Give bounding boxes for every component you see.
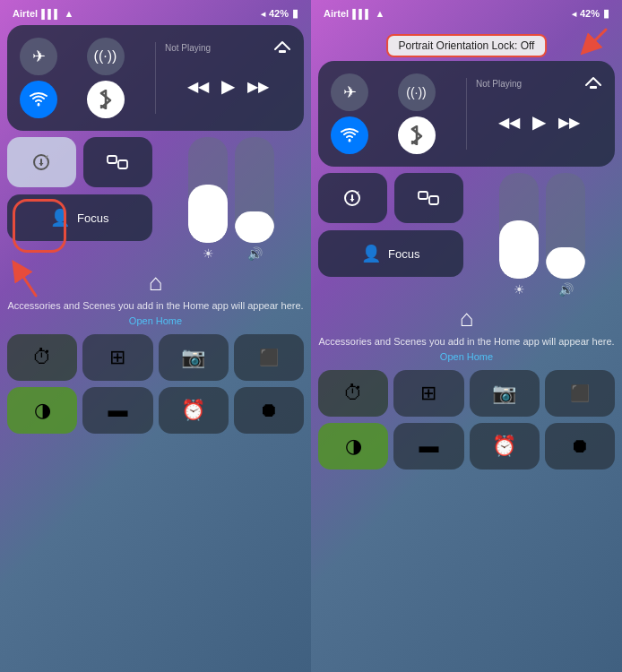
- bluetooth-icon: [99, 90, 112, 109]
- airplane-mode-button[interactable]: ✈: [20, 38, 57, 75]
- screen-mirror-icon-left: [107, 153, 128, 171]
- app-battery-right[interactable]: ▬: [393, 423, 463, 470]
- top-widget-left: ✈ ((·)): [7, 25, 304, 131]
- focus-label-right: Focus: [388, 247, 419, 261]
- carrier-text-right: Airtel: [324, 8, 349, 19]
- brightness-slider-container-left: ☀: [188, 137, 228, 261]
- app-accessibility-left[interactable]: ◑: [7, 387, 77, 434]
- home-icon-left: ⌂: [149, 269, 163, 297]
- play-button-right[interactable]: ▶: [532, 111, 546, 133]
- app-timer-left[interactable]: ⏱: [7, 334, 77, 381]
- screen-mirror-button-left[interactable]: [83, 137, 152, 187]
- row2-right: 👤 Focus ☀ 🔊: [318, 173, 615, 297]
- wifi-button-right[interactable]: [331, 116, 368, 154]
- orientation-lock-button-left[interactable]: [7, 137, 76, 187]
- play-button-left[interactable]: ▶: [221, 75, 235, 97]
- screen-mirror-button-right[interactable]: [394, 173, 463, 223]
- wifi-icon: ▲: [64, 8, 73, 19]
- app-camera-right[interactable]: 📷: [470, 370, 540, 417]
- app-calculator-left[interactable]: ⊞: [82, 334, 152, 381]
- app-row2-left: ◑ ▬ ⏰ ⏺: [7, 387, 304, 434]
- cellular-icon: ((·)): [94, 48, 117, 65]
- app-record-right[interactable]: ⏺: [545, 423, 615, 470]
- svg-rect-12: [419, 192, 428, 199]
- sliders-right: ☀ 🔊: [471, 173, 616, 297]
- wifi-icon-right: ▲: [375, 8, 384, 19]
- cellular-button[interactable]: ((·)): [87, 38, 125, 75]
- volume-slider-left[interactable]: [235, 137, 274, 243]
- app-calculator-right[interactable]: ⊞: [393, 370, 463, 417]
- home-text-left: Accessories and Scenes you add in the Ho…: [7, 299, 303, 313]
- focus-label-left: Focus: [77, 211, 108, 225]
- app-timer-right[interactable]: ⏱: [318, 370, 388, 417]
- airplay-svg-left: [273, 38, 291, 54]
- svg-rect-10: [590, 86, 597, 89]
- app-accessibility-right[interactable]: ◑: [318, 423, 388, 470]
- status-left-right: Airtel ▌▌▌ ▲: [324, 8, 384, 19]
- open-home-link-right[interactable]: Open Home: [440, 351, 493, 362]
- app-qr-left[interactable]: ⬛: [234, 334, 304, 381]
- media-controls-left: ◀◀ ▶ ▶▶: [165, 75, 291, 97]
- airplay-icon-left[interactable]: [273, 38, 291, 57]
- location-icon: ◂: [261, 9, 265, 19]
- brightness-icon-right: ☀: [514, 282, 525, 297]
- airplay-icon-right[interactable]: [584, 73, 602, 93]
- volume-fill-left: [235, 211, 274, 243]
- signal-bars: ▌▌▌: [41, 9, 60, 19]
- next-button-right[interactable]: ▶▶: [558, 114, 580, 131]
- brightness-fill-right: [499, 220, 539, 279]
- app-row1-right: ⏱ ⊞ 📷 ⬛: [318, 370, 615, 417]
- volume-slider-right[interactable]: [546, 173, 585, 279]
- app-qr-right[interactable]: ⬛: [545, 370, 615, 417]
- app-clock-right[interactable]: ⏰: [470, 423, 540, 470]
- status-bar-right: Airtel ▌▌▌ ▲ ◂ 42% ▮: [311, 7, 622, 20]
- volume-icon-left: 🔊: [247, 246, 263, 261]
- signal-bars-right: ▌▌▌: [352, 9, 371, 19]
- cellular-button-right[interactable]: ((·)): [398, 73, 436, 111]
- focus-button-left[interactable]: 👤 Focus: [7, 194, 152, 241]
- right-panel: Airtel ▌▌▌ ▲ ◂ 42% ▮ Portrait Orientatio…: [311, 0, 622, 672]
- status-left: Airtel ▌▌▌ ▲: [13, 8, 73, 19]
- app-camera-left[interactable]: 📷: [159, 334, 229, 381]
- top-widget-right: ✈ ((·)): [318, 61, 615, 167]
- bluetooth-button-right[interactable]: [398, 116, 436, 154]
- orientation-lock-button-right[interactable]: [318, 173, 387, 223]
- volume-icon-right: 🔊: [558, 282, 574, 297]
- app-record-left[interactable]: ⏺: [234, 387, 304, 434]
- left-col-left: 👤 Focus: [7, 137, 152, 241]
- volume-fill-right: [546, 247, 585, 279]
- app-battery-left[interactable]: ▬: [82, 387, 152, 434]
- brightness-slider-container-right: ☀: [499, 173, 539, 297]
- connectivity-grid-right: ✈ ((·)): [327, 70, 466, 158]
- now-playing-left: Not Playing ◀◀ ▶ ▶▶: [156, 34, 295, 100]
- brightness-slider-right[interactable]: [499, 173, 539, 279]
- connectivity-grid-left: ✈ ((·)): [16, 34, 155, 122]
- svg-rect-3: [108, 156, 117, 163]
- home-icon-right: ⌂: [460, 305, 474, 332]
- control-center-left: ✈ ((·)): [7, 25, 304, 665]
- airplane-icon-right: ✈: [343, 82, 357, 102]
- home-text-right: Accessories and Scenes you add in the Ho…: [318, 335, 614, 349]
- volume-slider-container-left: 🔊: [235, 137, 274, 261]
- app-clock-left[interactable]: ⏰: [159, 387, 229, 434]
- airplane-mode-button-right[interactable]: ✈: [331, 73, 368, 111]
- prev-button-right[interactable]: ◀◀: [498, 114, 520, 131]
- prev-button-left[interactable]: ◀◀: [187, 78, 209, 95]
- wifi-button[interactable]: [20, 81, 57, 118]
- focus-button-right[interactable]: 👤 Focus: [318, 230, 463, 277]
- home-section-right: ⌂ Accessories and Scenes you add in the …: [318, 303, 615, 364]
- app-row1-left: ⏱ ⊞ 📷 ⬛: [7, 334, 304, 381]
- app-row2-right: ◑ ▬ ⏰ ⏺: [318, 423, 615, 470]
- left-panel: Airtel ▌▌▌ ▲ ◂ 42% ▮ ✈ ((·)): [0, 0, 311, 672]
- wifi-icon: [29, 91, 48, 108]
- airplay-svg-right: [584, 73, 602, 90]
- widget-row-left: [7, 137, 152, 187]
- open-home-link-left[interactable]: Open Home: [129, 315, 182, 326]
- cellular-icon-right: ((·)): [406, 85, 427, 99]
- svg-rect-13: [429, 196, 438, 204]
- next-button-left[interactable]: ▶▶: [247, 78, 269, 95]
- bluetooth-button[interactable]: [87, 81, 125, 118]
- sliders-left: ☀ 🔊: [160, 137, 305, 261]
- brightness-slider-left[interactable]: [188, 137, 228, 243]
- now-playing-label-left: Not Playing: [165, 43, 211, 53]
